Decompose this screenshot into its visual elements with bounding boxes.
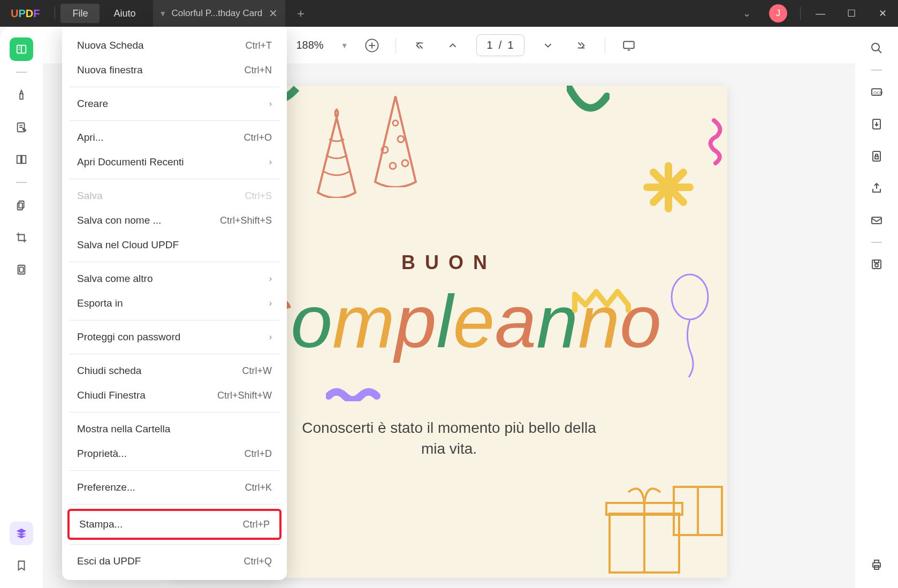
menu-item[interactable]: Chiudi FinestraCtrl+Shift+W [62, 383, 287, 408]
prev-page-button[interactable] [443, 36, 462, 55]
party-hat-decoration [369, 86, 422, 187]
zoom-level: 188% [293, 39, 326, 51]
app-logo: UPDF [0, 7, 50, 20]
menu-item-label: Creare [77, 98, 108, 110]
pages-tool-icon[interactable] [10, 148, 33, 171]
balloon-decoration [668, 273, 711, 380]
menu-item[interactable]: Salva con nome ...Ctrl+Shift+S [62, 208, 287, 233]
first-page-button[interactable] [410, 36, 429, 55]
maximize-button[interactable]: ☐ [836, 0, 867, 27]
menu-item[interactable]: Apri...Ctrl+O [62, 125, 287, 150]
svg-rect-32 [874, 260, 879, 263]
right-sidebar: OCR [855, 27, 898, 588]
last-page-button[interactable] [572, 36, 591, 55]
menu-item[interactable]: Chiudi schedaCtrl+W [62, 358, 287, 383]
file-menu-dropdown: Nuova SchedaCtrl+TNuova finestraCtrl+NCr… [62, 27, 287, 580]
bookmark-icon[interactable] [10, 554, 33, 577]
copy-tool-icon[interactable] [10, 194, 33, 217]
protect-icon[interactable] [866, 146, 887, 167]
menu-item: SalvaCtrl+S [62, 184, 287, 208]
edit-tool-icon[interactable] [10, 116, 33, 139]
menu-item[interactable]: Esporta in› [62, 291, 287, 316]
svg-text:OCR: OCR [873, 90, 883, 95]
menu-separator [70, 470, 279, 471]
zoom-dropdown-icon[interactable]: ▼ [341, 41, 348, 50]
user-avatar[interactable]: J [769, 4, 787, 22]
menu-item-label: Nuova Scheda [77, 40, 144, 51]
menu-help[interactable]: Aiuto [102, 4, 147, 23]
menu-item[interactable]: Preferenze...Ctrl+K [62, 475, 287, 500]
menu-separator [70, 320, 279, 320]
menu-item[interactable]: Esci da UPDFCtrl+Q [62, 549, 287, 574]
menu-separator [70, 354, 279, 354]
chevron-right-icon: › [269, 332, 272, 342]
menu-separator [70, 120, 279, 121]
compress-tool-icon[interactable] [10, 258, 33, 281]
menu-item[interactable]: Proteggi con password› [62, 325, 287, 349]
menu-item-label: Chiudi Finestra [77, 390, 146, 401]
menu-item-label: Chiudi scheda [77, 365, 141, 377]
window-dropdown-icon[interactable]: ⌄ [733, 7, 760, 19]
tab-close-icon[interactable]: ✕ [269, 7, 278, 20]
menu-item-label: Preferenze... [77, 482, 135, 493]
menu-item-label: Proprietà... [77, 448, 127, 460]
gift-decoration [599, 471, 727, 578]
menu-item[interactable]: Salva nel Cloud UPDF [62, 233, 287, 257]
divider [16, 182, 27, 183]
menu-item[interactable]: Salva come altro› [62, 266, 287, 291]
convert-icon[interactable] [866, 113, 887, 135]
layers-icon[interactable] [10, 522, 33, 545]
chevron-right-icon: › [269, 157, 272, 167]
close-button[interactable]: ✕ [867, 0, 898, 27]
menu-separator [70, 504, 279, 505]
menu-item-label: Salva con nome ... [77, 215, 161, 226]
divider [55, 7, 55, 20]
menu-item[interactable]: Proprietà...Ctrl+D [62, 441, 287, 466]
minimize-button[interactable]: ― [805, 0, 836, 27]
menu-shortcut: Ctrl+Shift+S [220, 215, 272, 226]
menu-shortcut: Ctrl+D [244, 448, 272, 460]
svg-rect-29 [872, 217, 881, 224]
divider [16, 72, 27, 73]
reader-tool-icon[interactable] [10, 37, 33, 61]
menu-item[interactable]: Nuova finestraCtrl+N [62, 58, 287, 82]
crop-tool-icon[interactable] [10, 226, 33, 249]
card-title-line1: BUON [401, 251, 497, 274]
menu-file[interactable]: File [60, 4, 100, 23]
svg-point-23 [872, 43, 879, 51]
next-page-button[interactable] [538, 36, 558, 55]
page-indicator[interactable]: 1 / 1 [476, 34, 524, 56]
document-tab[interactable]: ▾ Colorful P...thday Card ✕ [153, 0, 286, 27]
presentation-button[interactable] [619, 36, 638, 55]
menu-item-label: Salva [77, 190, 103, 202]
ocr-icon[interactable]: OCR [866, 81, 887, 103]
menu-item-label: Mostra nella Cartella [77, 423, 170, 435]
email-icon[interactable] [866, 210, 887, 231]
tab-title: Colorful P...thday Card [172, 8, 263, 19]
search-icon[interactable] [866, 37, 887, 59]
menu-item-label: Salva nel Cloud UPDF [77, 239, 179, 251]
share-icon[interactable] [866, 178, 887, 199]
menu-item[interactable]: Creare› [62, 91, 287, 116]
menu-shortcut: Ctrl+W [242, 365, 272, 377]
zoom-in-button[interactable] [362, 36, 382, 55]
menu-separator [70, 544, 279, 545]
print-icon[interactable] [866, 554, 887, 575]
svg-rect-2 [17, 156, 21, 164]
svg-point-16 [672, 274, 708, 319]
menu-item[interactable]: Mostra nella Cartella [62, 417, 287, 441]
spiral-decoration [701, 118, 727, 166]
squiggle-decoration [326, 385, 385, 401]
divider [871, 70, 882, 71]
menu-item[interactable]: Nuova SchedaCtrl+T [62, 33, 287, 58]
highlight-tool-icon[interactable] [10, 83, 33, 107]
save-icon[interactable] [866, 254, 887, 275]
left-sidebar [0, 27, 43, 588]
menu-shortcut: Ctrl+Shift+W [217, 390, 272, 401]
party-hat-decoration [310, 107, 363, 198]
menu-item[interactable]: Stampa...Ctrl+P [70, 511, 279, 538]
new-tab-button[interactable]: ＋ [285, 5, 316, 21]
menu-shortcut: Ctrl+P [242, 519, 270, 530]
menu-item-label: Salva come altro [77, 273, 153, 285]
menu-item[interactable]: Apri Documenti Recenti› [62, 150, 287, 174]
